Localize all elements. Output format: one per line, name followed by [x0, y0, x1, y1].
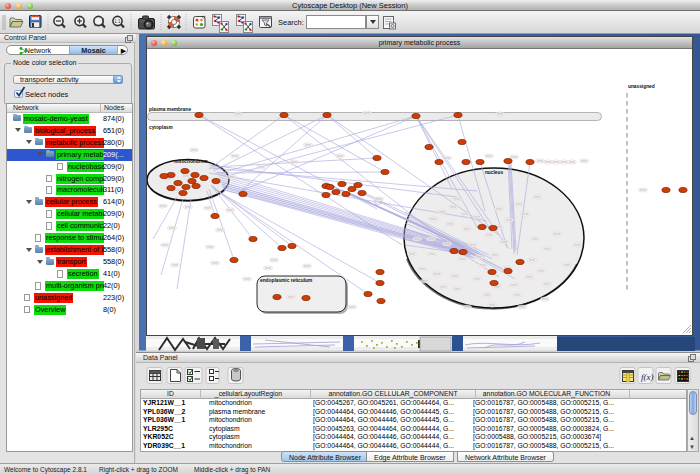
svg-text:cytoplasm: cytoplasm — [149, 125, 173, 130]
svg-text:mitochondrion: mitochondrion — [174, 159, 208, 164]
svg-text:plasma membrane: plasma membrane — [149, 107, 191, 112]
svg-text:unassigned: unassigned — [628, 84, 655, 89]
svg-text:1:1: 1:1 — [114, 19, 121, 24]
svg-text:f(x): f(x) — [641, 372, 654, 382]
svg-text:endoplasmic reticulum: endoplasmic reticulum — [260, 278, 312, 283]
svg-text:nucleus: nucleus — [485, 170, 503, 175]
